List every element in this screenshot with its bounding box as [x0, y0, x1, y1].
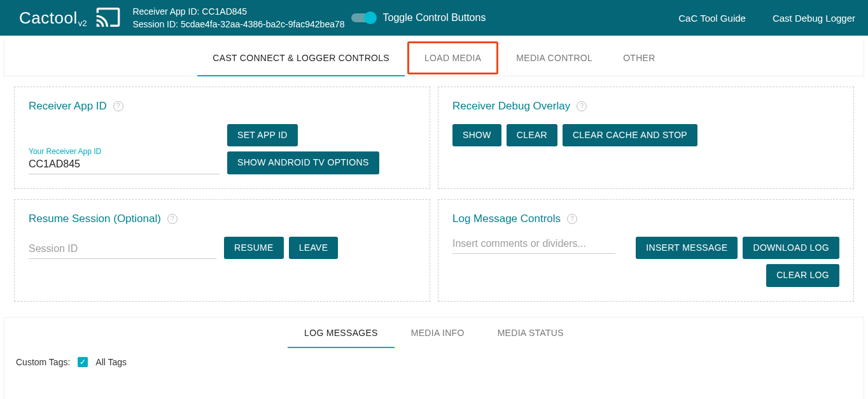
session-id-placeholder: Session ID: [29, 242, 216, 256]
toggle-control-buttons-switch[interactable]: [351, 13, 374, 22]
card-log-message-controls: Log Message Controls ? Insert comments o…: [438, 199, 854, 302]
receiver-app-id-input-value: CC1AD845: [29, 157, 220, 171]
card-log-message-controls-body: Insert comments or dividers... INSERT ME…: [452, 237, 839, 287]
logo-text: Cactoolv2: [19, 8, 87, 28]
tab-other[interactable]: OTHER: [608, 39, 671, 76]
cards-row-2: Resume Session (Optional) ? Session ID R…: [4, 189, 864, 302]
card-log-message-controls-title: Log Message Controls: [452, 213, 561, 225]
leave-button[interactable]: LEAVE: [289, 237, 339, 259]
toggle-thumb: [364, 11, 377, 24]
card-receiver-app-id-title: Receiver App ID: [29, 100, 107, 113]
link-cast-debug-logger[interactable]: Cast Debug Logger: [773, 13, 855, 24]
log-message-buttons: INSERT MESSAGE DOWNLOAD LOG CLEAR LOG: [623, 237, 839, 287]
tab-log-messages[interactable]: LOG MESSAGES: [288, 318, 395, 348]
card-resume-session-body: Session ID RESUME LEAVE: [29, 237, 416, 259]
help-icon[interactable]: ?: [567, 214, 577, 224]
app-header: Cactoolv2 Receiver App ID: CC1AD845 Sess…: [0, 0, 868, 36]
clear-overlay-button[interactable]: CLEAR: [507, 124, 557, 146]
download-log-button[interactable]: DOWNLOAD LOG: [743, 237, 839, 259]
show-android-tv-options-button[interactable]: SHOW ANDROID TV OPTIONS: [227, 151, 379, 174]
card-receiver-debug-overlay-body: SHOW CLEAR CLEAR CACHE AND STOP: [452, 124, 839, 146]
custom-tags-row: Custom Tags: ✓ All Tags: [4, 348, 864, 399]
help-icon[interactable]: ?: [113, 101, 123, 111]
card-receiver-debug-overlay: Receiver Debug Overlay ? SHOW CLEAR CLEA…: [438, 87, 854, 189]
card-resume-session: Resume Session (Optional) ? Session ID R…: [14, 199, 430, 302]
header-app-id-value: CC1AD845: [202, 6, 247, 17]
tab-load-media[interactable]: LOAD MEDIA: [407, 41, 498, 74]
show-overlay-button[interactable]: SHOW: [452, 124, 501, 146]
header-app-id-row: Receiver App ID: CC1AD845: [132, 5, 344, 18]
logo-main: Cactool: [19, 8, 78, 27]
bottom-panel: LOG MESSAGES MEDIA INFO MEDIA STATUS Cus…: [4, 317, 864, 399]
tab-media-info[interactable]: MEDIA INFO: [395, 318, 481, 348]
resume-session-buttons: RESUME LEAVE: [224, 237, 416, 259]
tab-cast-connect-logger-controls[interactable]: CAST CONNECT & LOGGER CONTROLS: [197, 39, 405, 76]
tab-media-status[interactable]: MEDIA STATUS: [481, 318, 580, 348]
card-receiver-app-id-header: Receiver App ID ?: [29, 100, 416, 113]
tab-media-control[interactable]: MEDIA CONTROL: [501, 39, 608, 76]
bottom-tabs: LOG MESSAGES MEDIA INFO MEDIA STATUS: [4, 318, 864, 348]
clear-cache-stop-button[interactable]: CLEAR CACHE AND STOP: [563, 124, 697, 146]
main-content: CAST CONNECT & LOGGER CONTROLS LOAD MEDI…: [0, 36, 868, 302]
card-receiver-app-id: Receiver App ID ? Your Receiver App ID C…: [14, 87, 430, 189]
toggle-control-buttons-label: Toggle Control Buttons: [383, 12, 486, 24]
top-tabs: CAST CONNECT & LOGGER CONTROLS LOAD MEDI…: [4, 39, 864, 76]
header-session-id-row: Session ID: 5cdae4fa-32aa-4386-ba2c-9fac…: [132, 18, 344, 31]
debug-overlay-buttons: SHOW CLEAR CLEAR CACHE AND STOP: [452, 124, 839, 146]
card-receiver-app-id-body: Your Receiver App ID CC1AD845 SET APP ID…: [29, 124, 416, 174]
card-resume-session-title: Resume Session (Optional): [29, 213, 161, 225]
set-app-id-button[interactable]: SET APP ID: [227, 124, 298, 146]
insert-message-button[interactable]: INSERT MESSAGE: [636, 237, 738, 259]
card-receiver-debug-overlay-title: Receiver Debug Overlay: [452, 100, 570, 113]
receiver-app-id-input-field[interactable]: Your Receiver App ID CC1AD845: [29, 147, 220, 174]
toggle-control-buttons-block: Toggle Control Buttons: [351, 12, 486, 24]
clear-log-button[interactable]: CLEAR LOG: [766, 264, 839, 286]
card-resume-session-header: Resume Session (Optional) ?: [29, 213, 416, 225]
header-session-id-value: 5cdae4fa-32aa-4386-ba2c-9fac942bea78: [181, 19, 345, 29]
help-icon[interactable]: ?: [167, 214, 178, 224]
log-message-placeholder: Insert comments or dividers...: [452, 237, 615, 251]
all-tags-checkbox[interactable]: ✓: [78, 357, 88, 367]
resume-button[interactable]: RESUME: [224, 237, 284, 259]
card-receiver-debug-overlay-header: Receiver Debug Overlay ?: [452, 100, 839, 113]
custom-tags-label: Custom Tags:: [16, 357, 70, 367]
receiver-app-id-buttons: SET APP ID SHOW ANDROID TV OPTIONS: [227, 124, 416, 174]
session-id-input-field[interactable]: Session ID: [29, 242, 216, 259]
link-cac-tool-guide[interactable]: CaC Tool Guide: [678, 13, 746, 24]
all-tags-label: All Tags: [95, 357, 127, 367]
header-app-id-label: Receiver App ID:: [132, 6, 199, 17]
header-session-info: Receiver App ID: CC1AD845 Session ID: 5c…: [132, 5, 344, 31]
receiver-app-id-input-label: Your Receiver App ID: [29, 147, 220, 156]
logo-version: v2: [78, 18, 87, 28]
help-icon[interactable]: ?: [577, 101, 587, 111]
logo-block: Cactoolv2: [19, 4, 123, 32]
log-message-input-field[interactable]: Insert comments or dividers...: [452, 237, 615, 254]
cast-icon: [93, 4, 123, 32]
card-log-message-controls-header: Log Message Controls ?: [452, 213, 839, 225]
cards-row-1: Receiver App ID ? Your Receiver App ID C…: [4, 76, 864, 189]
header-session-id-label: Session ID:: [132, 19, 178, 29]
